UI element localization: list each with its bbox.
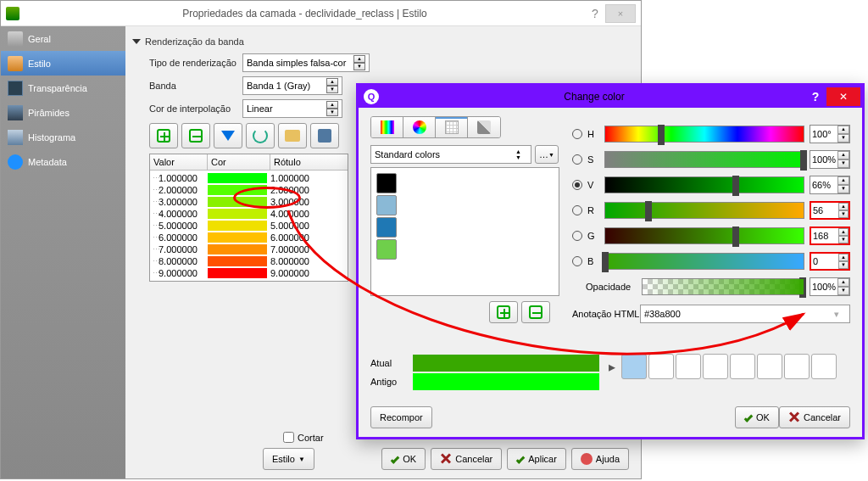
tab-gradient[interactable]	[371, 117, 403, 137]
color-cancel-button[interactable]: Cancelar	[779, 406, 850, 428]
reset-button[interactable]: Recompor	[370, 406, 432, 428]
close-icon[interactable]: ✕	[826, 87, 860, 106]
g-radio[interactable]	[572, 231, 582, 241]
v-value-input[interactable]	[810, 176, 837, 193]
h-value-input[interactable]	[810, 126, 837, 143]
sidebar-item-histograma[interactable]: Histograma	[1, 125, 125, 149]
s-slider-bar[interactable]	[604, 151, 804, 168]
row-color-swatch[interactable]	[208, 268, 267, 279]
r-slider-bar[interactable]	[604, 202, 804, 219]
palette-swatch[interactable]	[376, 239, 397, 260]
slider-thumb[interactable]	[658, 125, 665, 145]
spin-buttons[interactable]: ▲▼	[838, 203, 849, 218]
r-radio[interactable]	[572, 205, 582, 215]
table-row[interactable]: ⋯ 2.000000 2.000000	[150, 184, 348, 196]
opacity-spinbox[interactable]: ▲▼	[810, 277, 850, 296]
table-row[interactable]: ⋯ 5.000000 5.000000	[150, 220, 348, 232]
palette-color-list[interactable]	[370, 167, 559, 296]
sidebar-item-estilo[interactable]: Estilo	[1, 51, 125, 76]
remove-entry-button[interactable]	[181, 123, 210, 148]
tab-picker[interactable]	[468, 117, 500, 137]
html-notation-input[interactable]: ▾	[640, 305, 850, 323]
render-type-combo[interactable]: Banda simples falsa-cor ▲▼	[242, 53, 370, 72]
old-color-swatch[interactable]	[413, 373, 599, 390]
close-icon[interactable]: ×	[605, 4, 636, 23]
b-value-input[interactable]	[811, 254, 838, 269]
s-spinbox[interactable]: ▲▼	[810, 150, 850, 169]
spin-buttons[interactable]: ▲▼	[838, 228, 849, 243]
spin-buttons[interactable]: ▲▼	[837, 126, 849, 143]
row-color-swatch[interactable]	[208, 256, 267, 267]
row-color-swatch[interactable]	[208, 185, 267, 196]
palette-add-button[interactable]	[489, 301, 518, 323]
s-value-input[interactable]	[810, 151, 837, 168]
r-spinbox[interactable]: ▲▼	[810, 201, 850, 220]
b-radio[interactable]	[572, 256, 582, 266]
html-value-field[interactable]	[644, 309, 834, 319]
v-radio[interactable]	[572, 180, 582, 190]
tab-wheel[interactable]	[403, 117, 436, 137]
recent-color-cell[interactable]	[811, 354, 837, 379]
h-spinbox[interactable]: ▲▼	[810, 125, 850, 143]
ok-button[interactable]: OK	[381, 448, 426, 470]
row-color-swatch[interactable]	[208, 209, 267, 220]
apply-button[interactable]: Aplicar	[507, 448, 566, 470]
opacity-slider-bar[interactable]	[642, 278, 804, 295]
palette-swatch[interactable]	[376, 217, 397, 238]
sidebar-item-geral[interactable]: Geral	[1, 26, 125, 51]
spin-buttons[interactable]: ▲▼	[837, 151, 849, 168]
cortar-checkbox[interactable]	[283, 432, 294, 443]
collapse-arrow-icon[interactable]	[132, 39, 141, 44]
add-to-recent-arrow-icon[interactable]: ▸	[604, 359, 620, 375]
palette-swatch[interactable]	[376, 173, 397, 193]
color-ok-button[interactable]: OK	[735, 406, 779, 428]
row-color-swatch[interactable]	[208, 197, 267, 208]
spin-buttons[interactable]: ▲▼	[838, 254, 849, 269]
g-spinbox[interactable]: ▲▼	[810, 227, 850, 245]
table-row[interactable]: ⋯ 6.000000 6.000000	[150, 232, 348, 243]
recent-color-cell[interactable]	[730, 354, 755, 379]
style-menu-button[interactable]: Estilo ▼	[263, 448, 314, 470]
tab-palette[interactable]	[436, 117, 468, 137]
slider-thumb[interactable]	[732, 227, 739, 247]
table-row[interactable]: ⋯ 4.000000 4.000000	[150, 208, 348, 220]
slider-thumb[interactable]	[732, 176, 739, 196]
r-value-input[interactable]	[811, 203, 838, 218]
sidebar-item-pirâmides[interactable]: Pirâmides	[1, 100, 125, 125]
s-radio[interactable]	[572, 154, 582, 165]
opacity-value-input[interactable]	[810, 278, 837, 295]
band-combo[interactable]: Banda 1 (Gray) ▲▼	[242, 76, 342, 95]
slider-thumb[interactable]	[645, 201, 652, 221]
g-value-input[interactable]	[811, 228, 838, 243]
palette-remove-button[interactable]	[521, 301, 550, 323]
h-radio[interactable]	[572, 129, 582, 139]
g-slider-bar[interactable]	[604, 227, 804, 244]
sidebar-item-transparência[interactable]: Transparência	[1, 76, 125, 100]
b-spinbox[interactable]: ▲▼	[810, 252, 850, 271]
dropdown-icon[interactable]: ▾	[834, 309, 846, 320]
h-slider-bar[interactable]	[604, 126, 804, 143]
save-colormap-button[interactable]	[310, 123, 339, 148]
table-row[interactable]: ⋯ 3.000000 3.000000	[150, 196, 348, 208]
v-slider-bar[interactable]	[604, 176, 804, 193]
add-entry-button[interactable]	[149, 123, 178, 148]
recent-color-cell[interactable]	[757, 354, 782, 379]
table-row[interactable]: ⋯ 8.000000 8.000000	[150, 255, 348, 267]
row-color-swatch[interactable]	[208, 244, 267, 255]
help-icon[interactable]: ?	[585, 7, 605, 20]
slider-thumb[interactable]	[800, 150, 807, 171]
palette-select-combo[interactable]: Standard colors ▲▼	[370, 145, 531, 164]
interp-combo[interactable]: Linear ▲▼	[242, 99, 342, 118]
recent-color-cell[interactable]	[621, 354, 647, 379]
row-color-swatch[interactable]	[208, 232, 267, 243]
row-color-swatch[interactable]	[208, 221, 267, 232]
recent-color-cell[interactable]	[784, 354, 810, 379]
recent-color-cell[interactable]	[703, 354, 728, 379]
slider-thumb[interactable]	[602, 252, 609, 272]
spin-buttons[interactable]: ▲▼	[837, 176, 849, 193]
sort-button[interactable]	[214, 123, 242, 148]
recent-color-cell[interactable]	[676, 354, 701, 379]
load-colormap-button[interactable]	[278, 123, 307, 148]
help-icon[interactable]: ?	[804, 90, 826, 103]
row-color-swatch[interactable]	[208, 173, 267, 184]
